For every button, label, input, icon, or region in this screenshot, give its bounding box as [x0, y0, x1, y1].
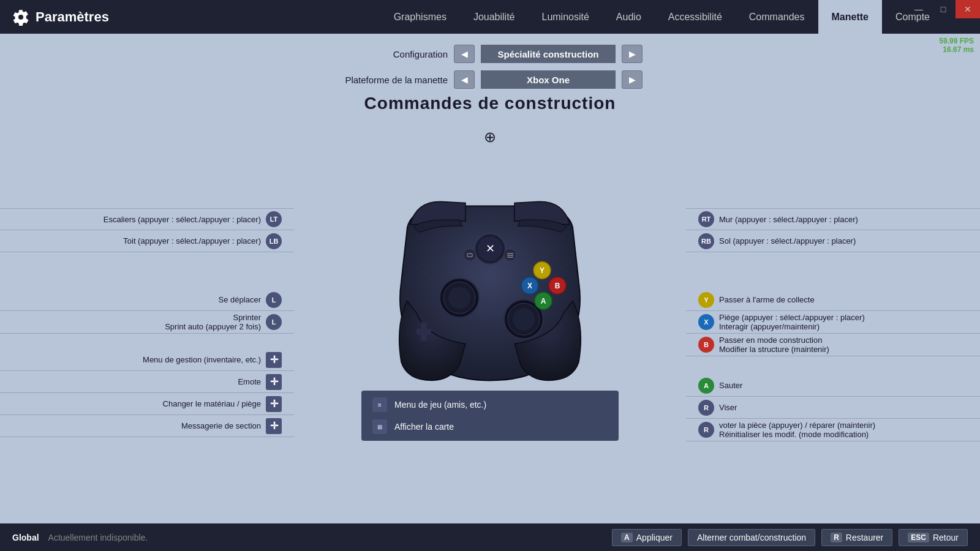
dpad-badge-materiau: ✛ — [266, 396, 282, 412]
titlebar: Paramètres Graphismes Jouabilité Luminos… — [0, 0, 980, 34]
mur-label: Mur (appuyer : sélect./appuyer : placer) — [719, 215, 858, 224]
a-badge: A — [698, 378, 714, 394]
config-row: Configuration ◀ Spécialité construction … — [0, 34, 980, 63]
platform-value: Xbox One — [481, 70, 616, 89]
materiau-label: Changer le matériau / piège — [163, 399, 261, 408]
svg-rect-20 — [507, 253, 513, 254]
list-item: Escaliers (appuyer : sélect./appuyer : p… — [0, 208, 294, 230]
list-item: R voter la pièce (appuyer) / réparer (ma… — [686, 419, 980, 441]
nav-manette[interactable]: Manette — [818, 0, 882, 34]
main-content: 59.99 FPS 16.67 ms Configuration ◀ Spéci… — [0, 34, 980, 523]
back-label: Retour — [933, 533, 959, 542]
sauter-label: Sauter — [719, 381, 742, 390]
svg-point-5 — [448, 287, 470, 309]
svg-text:Y: Y — [540, 266, 545, 275]
menu-icon: ≡ — [372, 397, 387, 412]
svg-rect-22 — [507, 257, 513, 258]
section-title: Commandes de construction — [0, 94, 980, 113]
apply-button[interactable]: A Appliquer — [612, 529, 682, 546]
config-prev-button[interactable]: ◀ — [454, 45, 475, 63]
nav-audio[interactable]: Audio — [603, 0, 655, 34]
escaliers-label: Escaliers (appuyer : sélect./appuyer : p… — [104, 215, 261, 224]
back-button[interactable]: ESC Retour — [899, 529, 968, 546]
svg-rect-21 — [507, 255, 513, 256]
r-badge-viser: R — [698, 400, 714, 416]
list-item: RB Sol (appuyer : sélect./appuyer : plac… — [686, 230, 980, 252]
window-controls: — □ ✕ — [907, 0, 980, 18]
list-item: X Piège (appuyer : sélect./appuyer : pla… — [686, 311, 980, 334]
y-badge: Y — [698, 292, 714, 308]
list-item: Toit (appuyer : sélect./appuyer : placer… — [0, 230, 294, 252]
gear-icon — [12, 9, 29, 26]
controller-image: ✕ Y X B A — [352, 190, 628, 386]
restore-button[interactable]: R Restaurer — [821, 529, 892, 546]
toit-label: Toit (appuyer : sélect./appuyer : placer… — [123, 236, 261, 246]
global-label: Global — [12, 533, 39, 542]
list-item: Menu de gestion (inventaire, etc.) ✛ — [0, 349, 294, 371]
b-badge: B — [698, 337, 714, 353]
arme-collecte-label: Passer à l'arme de collecte — [719, 295, 815, 304]
svg-point-23 — [464, 249, 476, 261]
list-item: Y Passer à l'arme de collecte — [686, 289, 980, 311]
piege-label: Piège (appuyer : sélect./appuyer : place… — [719, 313, 865, 331]
apply-label: Appliquer — [636, 533, 673, 542]
list-item: Changer le matériau / piège ✛ — [0, 393, 294, 415]
x-badge: X — [698, 314, 714, 330]
config-label: Configuration — [337, 49, 448, 59]
lb-badge: LB — [266, 233, 282, 249]
list-item: Se déplacer L — [0, 289, 294, 311]
rb-badge: RB — [698, 233, 714, 249]
list-item: RT Mur (appuyer : sélect./appuyer : plac… — [686, 208, 980, 230]
fps-display: 59.99 FPS 16.67 ms — [939, 37, 974, 54]
svg-text:X: X — [527, 282, 532, 290]
l-badge-sprint: L — [266, 314, 282, 330]
dpad-badge-menu: ✛ — [266, 352, 282, 368]
menu-gestion-label: Menu de gestion (inventaire, etc.) — [143, 355, 261, 364]
toggle-combat-button[interactable]: Alterner combat/construction — [688, 529, 815, 546]
svg-rect-10 — [417, 328, 431, 334]
list-item: A Sauter — [686, 375, 980, 397]
carte-label: Afficher la carte — [394, 422, 454, 432]
config-value: Spécialité construction — [481, 45, 616, 63]
nav-luminosite[interactable]: Luminosité — [528, 0, 602, 34]
l-badge-move: L — [266, 292, 282, 308]
dpad-badge-messagerie: ✛ — [266, 418, 282, 434]
list-item: SprinterSprint auto (appuyer 2 fois) L — [0, 311, 294, 334]
list-item: Emote ✛ — [0, 371, 294, 393]
platform-next-button[interactable]: ▶ — [622, 70, 643, 89]
platform-prev-button[interactable]: ◀ — [454, 70, 475, 89]
maximize-button[interactable]: □ — [931, 0, 956, 18]
app-title: Paramètres — [12, 9, 109, 26]
nav-graphismes[interactable]: Graphismes — [380, 0, 460, 34]
bottom-actions: A Appliquer Alterner combat/construction… — [612, 529, 968, 546]
view-icon: ⊞ — [372, 419, 387, 434]
config-next-button[interactable]: ▶ — [622, 45, 643, 63]
svg-text:B: B — [555, 282, 560, 290]
list-item: Messagerie de section ✛ — [0, 415, 294, 437]
nav-commandes[interactable]: Commandes — [736, 0, 818, 34]
controller-area: Escaliers (appuyer : sélect./appuyer : p… — [0, 116, 980, 453]
back-key: ESC — [908, 533, 929, 542]
minimize-button[interactable]: — — [907, 0, 931, 18]
rt-badge: RT — [698, 211, 714, 227]
close-button[interactable]: ✕ — [956, 0, 980, 18]
svg-point-8 — [513, 308, 535, 330]
ms-value: 16.67 ms — [939, 45, 974, 54]
dpad-badge-emote: ✛ — [266, 374, 282, 390]
left-labels: Escaliers (appuyer : sélect./appuyer : p… — [0, 208, 294, 437]
platform-label: Plateforme de la manette — [337, 75, 448, 85]
r-badge-voter: R — [698, 422, 714, 438]
nav-accessibilite[interactable]: Accessibilité — [655, 0, 736, 34]
emote-label: Emote — [238, 377, 261, 386]
nav-jouabilite[interactable]: Jouabilité — [460, 0, 529, 34]
bottom-bar: Global Actuellement indisponible. A Appl… — [0, 523, 980, 551]
list-item: B Passer en mode constructionModifier la… — [686, 334, 980, 356]
deplacer-label: Se déplacer — [219, 295, 261, 304]
lt-badge: LT — [266, 211, 282, 227]
list-item: ≡ Menu de jeu (amis, etc.) — [361, 394, 619, 416]
viser-label: Viser — [719, 403, 737, 412]
nav-bar: Graphismes Jouabilité Luminosité Audio A… — [380, 0, 943, 34]
svg-text:A: A — [541, 297, 546, 305]
sprinter-label: SprinterSprint auto (appuyer 2 fois) — [165, 313, 261, 331]
right-labels: RT Mur (appuyer : sélect./appuyer : plac… — [686, 208, 980, 441]
